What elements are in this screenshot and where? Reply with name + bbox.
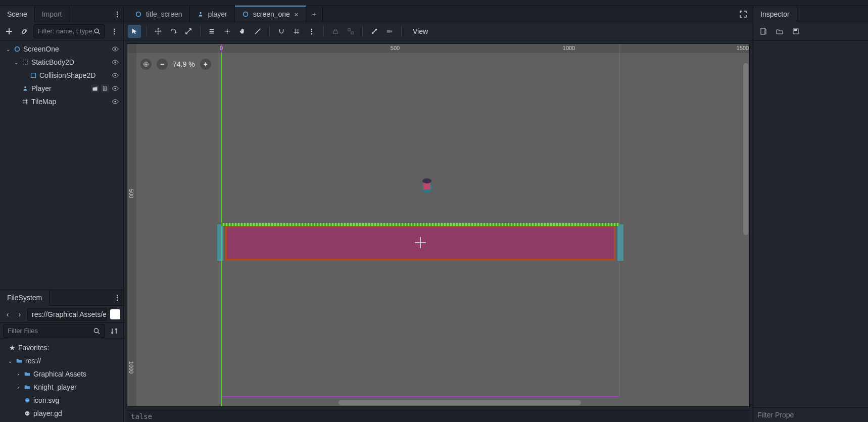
collision-handle-right[interactable]	[617, 224, 623, 261]
visibility-toggle[interactable]	[111, 71, 120, 79]
viewport[interactable]: 050010001500 5001000 − 74.9 % +	[127, 43, 750, 407]
tree-node[interactable]: Player	[0, 82, 123, 95]
output-console[interactable]: talse	[127, 410, 750, 422]
visibility-toggle[interactable]	[111, 98, 120, 106]
tile-icon	[21, 98, 29, 106]
ruler-tool[interactable]	[251, 25, 264, 38]
tree-node[interactable]: CollisionShape2D	[0, 69, 123, 82]
snap-toggle[interactable]	[275, 25, 288, 38]
fs-path[interactable]: res://Graphical Assets/envir	[27, 308, 107, 321]
svg-point-23	[226, 30, 228, 32]
static-icon	[21, 58, 29, 66]
fs-item[interactable]: ›Graphical Assets	[0, 367, 123, 381]
view-menu[interactable]: View	[407, 27, 434, 35]
grid-snap-toggle[interactable]	[290, 25, 303, 38]
svg-rect-5	[31, 73, 36, 78]
fs-filter[interactable]	[3, 324, 105, 338]
canvas[interactable]: − 74.9 % +	[136, 53, 749, 406]
node2d-icon	[13, 45, 21, 53]
scene-tab-title_screen[interactable]: title_screen	[128, 6, 190, 22]
svg-point-7	[24, 86, 26, 88]
group-button[interactable]	[344, 25, 357, 38]
fs-sort-button[interactable]	[108, 325, 120, 337]
scene-tabs-more[interactable]: ⋮	[111, 6, 123, 22]
distraction-free-button[interactable]	[737, 8, 750, 21]
inspector-tab[interactable]: Inspector	[753, 6, 797, 22]
fs-item[interactable]: icon.svg	[0, 394, 123, 407]
scale-tool[interactable]	[182, 25, 195, 38]
fs-item[interactable]: player.gd	[0, 407, 123, 420]
svg-point-28	[375, 28, 377, 30]
svg-icon	[23, 396, 31, 404]
filesystem-tab[interactable]: FileSystem	[0, 290, 50, 306]
add-scene-tab[interactable]: +	[306, 6, 323, 22]
rotate-tool[interactable]	[167, 25, 180, 38]
svg-point-16	[28, 413, 29, 414]
scene-tab[interactable]: Scene	[0, 6, 35, 22]
lock-button[interactable]	[329, 25, 342, 38]
search-icon	[93, 327, 101, 335]
v-scrollbar[interactable]	[743, 63, 748, 235]
svg-point-13	[25, 398, 30, 403]
fs-filter-input[interactable]	[8, 327, 93, 335]
select-tool[interactable]	[128, 25, 141, 38]
svg-rect-20	[210, 29, 214, 30]
folder-icon	[23, 383, 31, 391]
fs-favorites[interactable]: ★ Favorites:	[0, 341, 123, 354]
close-tab-button[interactable]: ×	[294, 10, 299, 19]
list-select-tool[interactable]	[206, 25, 219, 38]
import-tab[interactable]: Import	[35, 6, 70, 22]
fs-forward-button[interactable]: ›	[15, 309, 24, 320]
player-sprite[interactable]	[419, 177, 435, 198]
tree-node[interactable]: ⌄ScreenOne	[0, 42, 123, 56]
clapper-badge[interactable]	[91, 84, 99, 92]
inspector-save-button[interactable]	[790, 25, 802, 37]
bone-button[interactable]	[368, 25, 381, 38]
override-camera-button[interactable]	[383, 25, 396, 38]
origin-gizmo[interactable]	[418, 240, 423, 245]
visibility-toggle[interactable]	[111, 84, 120, 92]
inspector-filter[interactable]: Filter Prope	[753, 407, 868, 422]
collision-handle-left[interactable]	[217, 224, 223, 261]
fs-back-button[interactable]: ‹	[3, 309, 12, 320]
scene-tab-screen_one[interactable]: screen_one×	[235, 6, 306, 22]
scene-toolbar-more[interactable]: ⋮	[108, 25, 120, 37]
zoom-level[interactable]: 74.9 %	[173, 60, 195, 68]
zoom-reset-button[interactable]	[140, 59, 152, 70]
move-tool[interactable]	[152, 25, 165, 38]
center-panel: title_screenplayerscreen_one× + ⋮ View	[124, 6, 753, 422]
pivot-tool[interactable]	[221, 25, 234, 38]
scene-tree[interactable]: ⌄ScreenOne⌄StaticBody2DCollisionShape2DP…	[0, 40, 123, 290]
filesystem-more[interactable]: ⋮	[111, 290, 123, 305]
scene-filter[interactable]	[33, 24, 105, 38]
inspector-new-button[interactable]	[757, 25, 769, 37]
svg-point-2	[115, 49, 116, 50]
scene-tab-player[interactable]: player	[190, 6, 235, 22]
tree-node[interactable]: TileMap	[0, 95, 123, 108]
snap-options[interactable]: ⋮	[305, 25, 318, 38]
svg-rect-33	[794, 29, 797, 31]
inspector-load-button[interactable]	[774, 25, 786, 37]
fs-tree[interactable]: ★ Favorites: ⌄res://›Graphical Assets›Kn…	[0, 339, 123, 422]
scene-filter-input[interactable]	[38, 27, 93, 35]
visibility-toggle[interactable]	[111, 45, 120, 53]
pan-tool[interactable]	[236, 25, 249, 38]
svg-rect-31	[761, 28, 765, 34]
add-node-button[interactable]	[3, 25, 15, 37]
link-button[interactable]	[18, 25, 30, 37]
viewport-toolbar: ⋮ View	[124, 22, 753, 40]
scene-tabs-header: Scene Import ⋮	[0, 6, 123, 22]
script-badge[interactable]	[101, 84, 109, 92]
zoom-in-button[interactable]: +	[200, 59, 211, 70]
h-scrollbar[interactable]	[339, 400, 581, 405]
svg-rect-24	[334, 31, 337, 33]
svg-point-27	[372, 32, 374, 34]
fs-item[interactable]: ›Knight_player	[0, 381, 123, 394]
scene-icon	[197, 11, 204, 18]
visibility-toggle[interactable]	[111, 58, 120, 66]
svg-rect-25	[348, 28, 350, 30]
tree-node[interactable]: ⌄StaticBody2D	[0, 56, 123, 69]
fs-item[interactable]: ⌄res://	[0, 354, 123, 367]
svg-rect-3	[23, 60, 28, 65]
zoom-out-button[interactable]: −	[157, 59, 168, 70]
